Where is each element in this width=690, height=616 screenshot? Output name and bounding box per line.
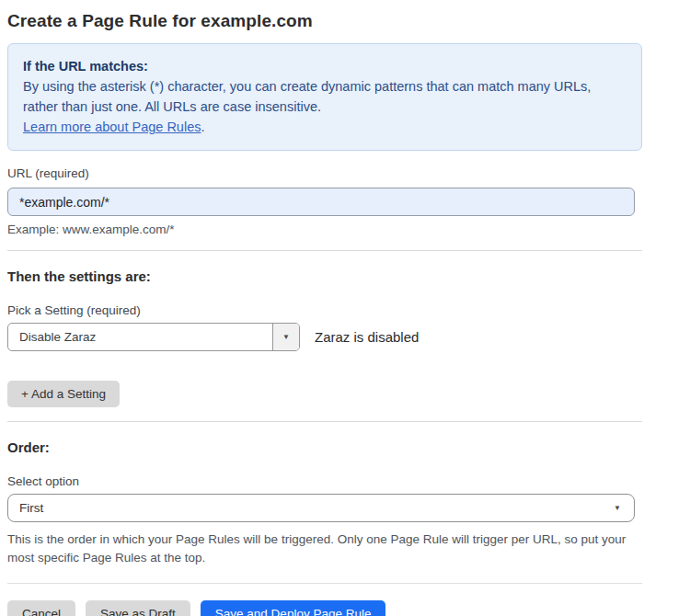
page-rule-form: Create a Page Rule for example.com If th… (7, 0, 642, 616)
order-select-value: First (19, 501, 43, 515)
url-match-info-box: If the URL matches: By using the asteris… (7, 43, 642, 151)
save-and-deploy-button[interactable]: Save and Deploy Page Rule (201, 600, 386, 616)
divider (7, 421, 642, 422)
setting-select-arrow-button[interactable]: ▼ (272, 324, 299, 350)
add-setting-button[interactable]: + Add a Setting (7, 381, 120, 407)
setting-select-value: Disable Zaraz (8, 324, 272, 350)
settings-section-heading: Then the settings are: (7, 268, 642, 284)
order-section-heading: Order: (7, 439, 642, 455)
divider (7, 583, 642, 584)
save-as-draft-button[interactable]: Save as Draft (86, 600, 190, 616)
url-example-text: Example: www.example.com/* (7, 222, 642, 236)
form-actions: Cancel Save as Draft Save and Deploy Pag… (7, 600, 642, 616)
pick-setting-label: Pick a Setting (required) (7, 303, 642, 317)
cancel-button[interactable]: Cancel (7, 600, 75, 616)
chevron-down-icon: ▼ (614, 505, 621, 512)
info-box-body: By using the asterisk (*) character, you… (23, 76, 626, 117)
setting-select-row: Disable Zaraz ▼ Zaraz is disabled (7, 323, 642, 351)
chevron-down-icon: ▼ (282, 334, 290, 341)
setting-select[interactable]: Disable Zaraz ▼ (7, 323, 300, 351)
page-title: Create a Page Rule for example.com (7, 11, 642, 31)
info-box-heading: If the URL matches: (23, 56, 627, 76)
info-box-link-line: Learn more about Page Rules. (23, 117, 627, 137)
url-input[interactable] (7, 188, 635, 216)
url-field-label: URL (required) (7, 166, 642, 180)
link-suffix: . (201, 120, 204, 134)
order-select[interactable]: First ▼ (7, 494, 635, 522)
order-help-text: This is the order in which your Page Rul… (7, 530, 631, 567)
learn-more-link[interactable]: Learn more about Page Rules (23, 120, 201, 134)
order-select-label: Select option (7, 474, 642, 488)
zaraz-status-text: Zaraz is disabled (315, 329, 419, 345)
divider (7, 250, 642, 251)
